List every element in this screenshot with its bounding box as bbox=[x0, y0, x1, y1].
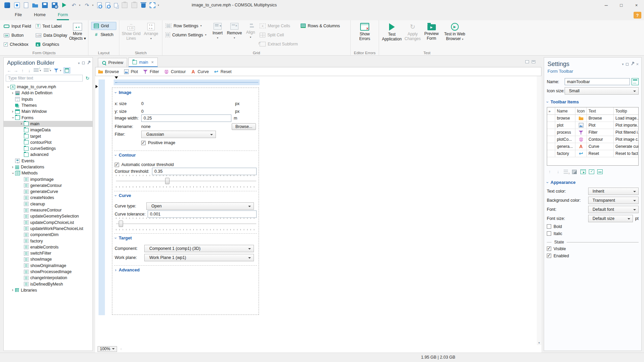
split-editor-icon[interactable] bbox=[532, 60, 535, 63]
curve-tolerance-slider[interactable] bbox=[116, 218, 256, 230]
undo-icon[interactable]: ↶ bbox=[71, 2, 77, 8]
tree-item[interactable]: generateContour bbox=[4, 183, 92, 189]
tree-item[interactable]: switchFilter bbox=[4, 250, 92, 256]
panel-close-icon[interactable]: × bbox=[636, 62, 639, 67]
section-advanced[interactable]: › Advanced bbox=[115, 267, 140, 272]
refresh-icon[interactable]: ↻ bbox=[84, 75, 90, 81]
tab-home[interactable]: Home bbox=[33, 10, 47, 20]
item-text-cell[interactable]: Curve bbox=[587, 143, 614, 150]
copy-icon[interactable] bbox=[114, 3, 118, 7]
filter-dropdown-icon[interactable]: ▾ bbox=[60, 69, 63, 72]
item-tooltip-cell[interactable]: Plot image c... bbox=[614, 136, 638, 143]
designer-toolbar-item[interactable]: Curve bbox=[191, 69, 209, 74]
designer-toolbar-item[interactable]: Filter bbox=[143, 69, 159, 74]
curve-tolerance-input[interactable]: 0.001 bbox=[148, 210, 257, 218]
toolbar-items-table[interactable]: » Name Icon Text Tooltip browse Browse L… bbox=[547, 107, 639, 166]
ribbon-rows-columns[interactable]: Rows & Columns bbox=[299, 21, 342, 30]
item-name-cell[interactable]: factory bbox=[555, 150, 575, 157]
maximize-button[interactable]: □ bbox=[614, 0, 629, 10]
designer-toolbar-item[interactable]: Contour bbox=[164, 69, 186, 74]
ribbon-column-settings[interactable]: Column Settings▾ bbox=[164, 30, 210, 39]
tab-form[interactable]: Form bbox=[57, 10, 69, 20]
table-row[interactable]: process Filter Plot filtered i... bbox=[547, 129, 638, 136]
vertical-scrollbar[interactable] bbox=[537, 76, 541, 345]
item-tooltip-cell[interactable]: Reset to fact... bbox=[614, 150, 638, 157]
panel-float-icon[interactable] bbox=[82, 62, 85, 64]
designer-toolbar-item[interactable]: Reset bbox=[214, 69, 232, 74]
column-header[interactable]: Name bbox=[555, 107, 575, 114]
add-toggle-button-icon[interactable] bbox=[589, 169, 595, 174]
tree-item[interactable]: updateGeometrySelection bbox=[4, 213, 92, 219]
table-row[interactable]: plot Plot Plot importe... bbox=[547, 122, 638, 129]
find-icon[interactable] bbox=[97, 2, 102, 8]
scroll-left-icon[interactable]: ‹ bbox=[120, 347, 122, 351]
background-color-dropdown[interactable]: Transparent bbox=[588, 197, 639, 204]
section-target[interactable]: › Target bbox=[115, 235, 132, 240]
item-name-cell[interactable]: plotCo... bbox=[555, 136, 575, 143]
item-text-cell[interactable]: Browse bbox=[587, 115, 614, 122]
table-row[interactable]: factory Reset Reset to fact... bbox=[547, 150, 638, 157]
expand-levels-icon[interactable] bbox=[33, 67, 39, 73]
work-plane-dropdown[interactable]: Work Plane 1 (wp1) bbox=[144, 254, 254, 261]
tree-item[interactable]: Main Window bbox=[4, 108, 92, 114]
tree-item[interactable]: Libraries bbox=[4, 287, 92, 293]
column-header[interactable]: Tooltip bbox=[614, 107, 638, 114]
contour-threshold-slider[interactable] bbox=[116, 175, 256, 188]
tree-item[interactable]: cleanup bbox=[4, 201, 92, 207]
section-toolbar-items[interactable]: › Toolbar Items bbox=[544, 95, 641, 106]
filter-icon[interactable] bbox=[53, 67, 59, 73]
ribbon-sketch-mode[interactable]: Sketch bbox=[91, 31, 116, 39]
panel-pin-icon[interactable] bbox=[87, 62, 89, 64]
tree-item[interactable]: imageData bbox=[4, 127, 92, 133]
panel-menu-icon[interactable]: ▾ bbox=[78, 61, 80, 65]
tree-item[interactable]: showImage bbox=[4, 256, 92, 262]
contour-threshold-input[interactable]: 0.35 bbox=[152, 168, 257, 175]
table-row[interactable]: browse Browse Load image... bbox=[547, 115, 638, 122]
select-region-icon[interactable] bbox=[150, 2, 155, 8]
positive-image-checkbox[interactable] bbox=[141, 141, 146, 145]
tree-item[interactable]: enableControls bbox=[4, 244, 92, 250]
run-icon[interactable] bbox=[62, 3, 66, 7]
visible-checkbox[interactable] bbox=[547, 246, 551, 251]
tree-expander-icon[interactable] bbox=[6, 85, 10, 89]
tree-filter-input[interactable] bbox=[6, 75, 83, 81]
text-color-dropdown[interactable]: Inherit bbox=[588, 188, 639, 195]
item-name-cell[interactable]: process bbox=[555, 129, 575, 136]
table-corner[interactable]: » bbox=[547, 107, 555, 114]
help-button[interactable]: ? bbox=[634, 12, 641, 19]
filter-dropdown[interactable]: Gaussian bbox=[141, 131, 216, 138]
tree-item[interactable]: Add-in Definition bbox=[4, 90, 92, 96]
tree-item[interactable]: factory bbox=[4, 238, 92, 244]
ribbon-preview-form[interactable]: Preview Form bbox=[422, 21, 441, 50]
tab-main[interactable]: main × bbox=[128, 58, 158, 67]
designer-toolbar-item[interactable]: Browse bbox=[98, 69, 119, 74]
ribbon-show-errors[interactable]: Show Errors bbox=[355, 21, 375, 50]
close-button[interactable]: × bbox=[629, 0, 644, 10]
tree-item[interactable]: image_to_curve.mph bbox=[4, 84, 92, 90]
tree-expander-icon[interactable] bbox=[10, 91, 15, 95]
ribbon-data-display[interactable]: Data Display bbox=[34, 31, 69, 40]
ribbon-text-label[interactable]: Text Label bbox=[34, 22, 69, 31]
tree-item[interactable]: changeInterpolation bbox=[4, 275, 92, 281]
tree-item[interactable]: componentDim bbox=[4, 232, 92, 238]
show-in-settings-icon[interactable] bbox=[64, 67, 70, 73]
component-dropdown[interactable]: Component 1 (comp1) (3D) bbox=[144, 245, 254, 252]
tree-item[interactable]: contourPlot bbox=[4, 139, 92, 145]
designer-toolbar-item[interactable]: Plot bbox=[124, 69, 138, 74]
redo-icon[interactable]: ↷ bbox=[84, 2, 90, 8]
collapse-levels-icon[interactable] bbox=[43, 67, 49, 73]
save-icon[interactable] bbox=[42, 2, 48, 8]
find-in-model-icon[interactable] bbox=[106, 2, 110, 8]
tree-item[interactable]: Forms bbox=[4, 114, 92, 121]
move-down-icon[interactable]: ↓ bbox=[27, 67, 32, 73]
tab-file[interactable]: File bbox=[14, 10, 23, 20]
browse-button[interactable]: Browse... bbox=[232, 123, 256, 130]
tree-item[interactable]: showOriginalImage bbox=[4, 263, 92, 269]
italic-checkbox[interactable] bbox=[547, 231, 551, 236]
tree-expander-icon[interactable] bbox=[10, 165, 15, 169]
item-text-cell[interactable]: Contour bbox=[587, 136, 614, 143]
item-tooltip-cell[interactable]: Generate cur... bbox=[614, 143, 638, 150]
back-icon[interactable]: ← bbox=[6, 67, 12, 73]
column-header[interactable]: Text bbox=[587, 107, 614, 114]
open-file-icon[interactable] bbox=[32, 2, 38, 8]
